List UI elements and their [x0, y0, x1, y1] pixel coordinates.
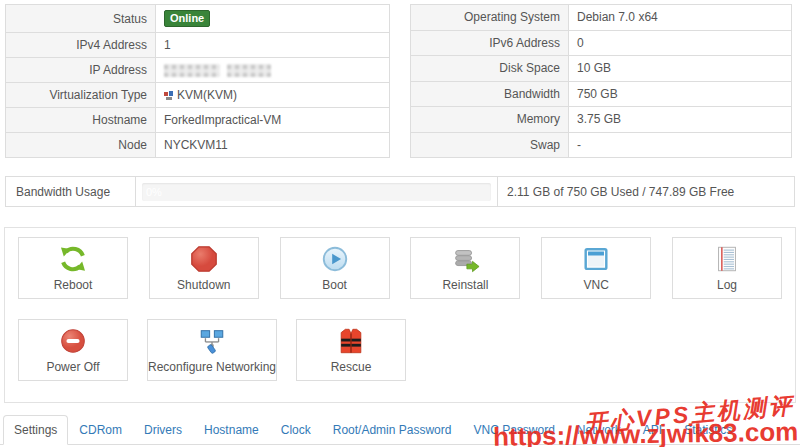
status-badge: Online: [164, 10, 210, 27]
status-label: Status: [6, 5, 156, 33]
bandwidth-bar-cell: 0%: [136, 177, 498, 206]
action-label: VNC: [584, 278, 609, 292]
tab-network[interactable]: Network: [566, 415, 632, 445]
server-info-table-left: Status Online IPv4 Address 1 IP Address …: [5, 4, 390, 158]
server-info-section: Status Online IPv4 Address 1 IP Address …: [0, 0, 800, 158]
action-label: Boot: [322, 278, 347, 292]
reboot-icon: [58, 244, 88, 274]
action-label: Reconfigure Networking: [148, 360, 276, 374]
action-label: Rescue: [331, 360, 372, 374]
table-row: Memory 3.75 GB: [411, 107, 792, 133]
disk-space-value: 10 GB: [569, 56, 792, 82]
virtualization-value: KVM(KVM): [177, 88, 237, 102]
tab-statistics[interactable]: Statistics: [673, 415, 743, 445]
table-row: Swap -: [411, 132, 792, 158]
hostname-value: ForkedImpractical-VM: [156, 108, 390, 133]
ipv6-value: 0: [569, 30, 792, 56]
vnc-button[interactable]: VNC: [541, 237, 651, 299]
power-off-icon: [58, 326, 88, 356]
shutdown-icon: [189, 244, 219, 274]
table-row: Bandwidth 750 GB: [411, 81, 792, 107]
reinstall-icon: [450, 244, 480, 274]
ipv4-label: IPv4 Address: [6, 33, 156, 58]
actions-row-1: Reboot Shutdown Boot: [18, 237, 782, 299]
table-row: Node NYCKVM11: [6, 133, 390, 158]
os-value: Debian 7.0 x64: [569, 5, 792, 31]
os-label: Operating System: [411, 5, 569, 31]
settings-tab-bar: Settings CDRom Drivers Hostname Clock Ro…: [0, 415, 800, 445]
ipv4-value: 1: [156, 33, 390, 58]
rescue-icon: [336, 326, 366, 356]
reinstall-button[interactable]: Reinstall: [410, 237, 520, 299]
kvm-icon: [164, 90, 175, 101]
shutdown-button[interactable]: Shutdown: [149, 237, 259, 299]
power-off-button[interactable]: Power Off: [18, 319, 128, 381]
action-label: Log: [717, 278, 737, 292]
pixelated-block: [164, 64, 220, 77]
ipv6-label: IPv6 Address: [411, 30, 569, 56]
table-row: Operating System Debian 7.0 x64: [411, 5, 792, 31]
table-row: Hostname ForkedImpractical-VM: [6, 108, 390, 133]
memory-label: Memory: [411, 107, 569, 133]
action-label: Power Off: [46, 360, 99, 374]
tab-hostname[interactable]: Hostname: [193, 415, 270, 445]
vps-control-panel: Status Online IPv4 Address 1 IP Address …: [0, 0, 800, 447]
table-row: IPv6 Address 0: [411, 30, 792, 56]
bandwidth-value: 750 GB: [569, 81, 792, 107]
reconfigure-networking-icon: [197, 326, 227, 356]
memory-value: 3.75 GB: [569, 107, 792, 133]
action-label: Reboot: [54, 278, 93, 292]
bandwidth-progress-bar: 0%: [142, 183, 491, 201]
virtualization-label: Virtualization Type: [6, 83, 156, 108]
log-icon: [712, 244, 742, 274]
swap-value: -: [569, 132, 792, 158]
server-info-table-right: Operating System Debian 7.0 x64 IPv6 Add…: [410, 4, 792, 158]
boot-icon: [320, 244, 350, 274]
ip-address-label: IP Address: [6, 58, 156, 83]
actions-panel: Reboot Shutdown Boot: [4, 227, 796, 403]
tab-cdrom[interactable]: CDRom: [68, 415, 133, 445]
node-label: Node: [6, 133, 156, 158]
tab-root-admin-password[interactable]: Root/Admin Password: [322, 415, 463, 445]
tab-api[interactable]: API: [632, 415, 673, 445]
tab-vnc-password[interactable]: VNC Password: [462, 415, 565, 445]
table-row: Virtualization Type KVM(KVM): [6, 83, 390, 108]
pixelated-block: [227, 64, 271, 77]
action-label: Reinstall: [442, 278, 488, 292]
boot-button[interactable]: Boot: [280, 237, 390, 299]
bandwidth-usage-summary: 2.11 GB of 750 GB Used / 747.89 GB Free: [498, 177, 794, 206]
disk-space-label: Disk Space: [411, 56, 569, 82]
bandwidth-label: Bandwidth: [411, 81, 569, 107]
table-row: Disk Space 10 GB: [411, 56, 792, 82]
swap-label: Swap: [411, 132, 569, 158]
table-row: Status Online: [6, 5, 390, 33]
action-label: Shutdown: [177, 278, 230, 292]
hostname-label: Hostname: [6, 108, 156, 133]
ip-address-masked: [164, 64, 381, 77]
reboot-button[interactable]: Reboot: [18, 237, 128, 299]
tab-clock[interactable]: Clock: [270, 415, 322, 445]
table-row: IP Address: [6, 58, 390, 83]
bandwidth-usage-label: Bandwidth Usage: [6, 177, 136, 206]
actions-row-2: Power Off Reconfigure Networking: [18, 319, 782, 381]
rescue-button[interactable]: Rescue: [296, 319, 406, 381]
tab-settings[interactable]: Settings: [3, 415, 68, 445]
bandwidth-usage-section: Bandwidth Usage 0% 2.11 GB of 750 GB Use…: [5, 176, 795, 207]
table-row: IPv4 Address 1: [6, 33, 390, 58]
tab-drivers[interactable]: Drivers: [133, 415, 193, 445]
log-button[interactable]: Log: [672, 237, 782, 299]
vnc-icon: [581, 244, 611, 274]
node-value: NYCKVM11: [156, 133, 390, 158]
reconfigure-networking-button[interactable]: Reconfigure Networking: [147, 319, 277, 381]
